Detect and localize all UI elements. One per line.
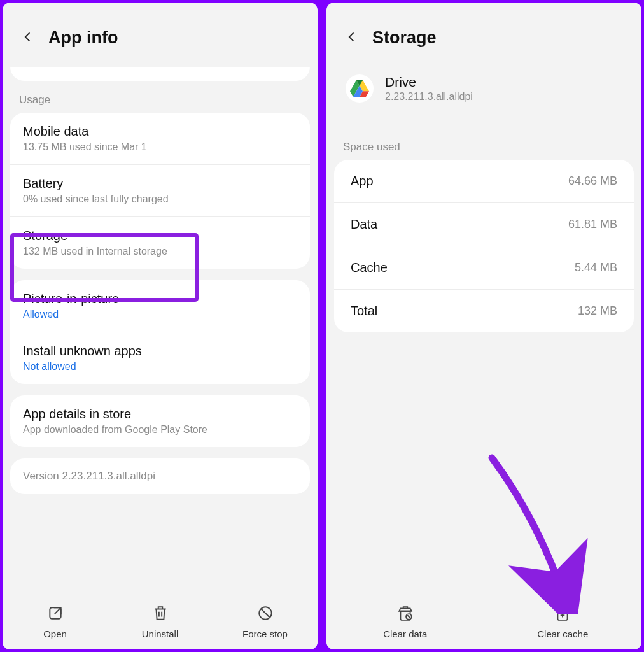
row-sub: 13.75 MB used since Mar 1	[23, 141, 297, 153]
permissions-card: Picture-in-picture Allowed Install unkno…	[10, 280, 310, 384]
content-scroll[interactable]: Space used App 64.66 MB Data 61.81 MB Ca…	[326, 122, 641, 597]
button-label: Clear data	[383, 628, 427, 639]
button-label: Uninstall	[142, 628, 179, 639]
button-label: Force stop	[242, 628, 288, 639]
pip-row[interactable]: Picture-in-picture Allowed	[10, 280, 310, 332]
space-used-card: App 64.66 MB Data 61.81 MB Cache 5.44 MB…	[334, 160, 634, 332]
row-label: Total	[351, 304, 377, 318]
app-details-row[interactable]: App details in store App downloaded from…	[10, 395, 310, 447]
uninstall-button[interactable]: Uninstall	[108, 605, 213, 639]
store-card: App details in store App downloaded from…	[10, 395, 310, 447]
battery-row[interactable]: Battery 0% used since last fully charged	[10, 165, 310, 217]
bottom-bar: Clear data Clear cache	[326, 597, 641, 649]
storage-screen: Storage Drive 2.23.211.3.all.alldpi Spac…	[326, 3, 641, 649]
stop-icon	[257, 605, 274, 623]
data-size-row: Data 61.81 MB	[334, 203, 634, 246]
unknown-apps-row[interactable]: Install unknown apps Not allowed	[10, 332, 310, 384]
row-title: Install unknown apps	[23, 344, 297, 358]
app-header: Drive 2.23.211.3.all.alldpi	[326, 67, 641, 122]
version-text: Version 2.23.211.3.all.alldpi	[10, 458, 310, 494]
app-size-row: App 64.66 MB	[334, 160, 634, 203]
page-title: App info	[48, 28, 118, 48]
row-sub: 132 MB used in Internal storage	[23, 246, 297, 257]
version-card: Version 2.23.211.3.all.alldpi	[10, 458, 310, 494]
page-title: Storage	[372, 28, 437, 48]
svg-line-5	[261, 609, 269, 618]
card-stub	[10, 67, 310, 81]
row-sub: Not allowed	[23, 361, 297, 372]
storage-row[interactable]: Storage 132 MB used in Internal storage	[10, 217, 310, 269]
clear-cache-icon	[554, 605, 571, 623]
back-icon[interactable]	[346, 31, 358, 46]
button-label: Clear cache	[537, 628, 588, 639]
cache-size-row: Cache 5.44 MB	[334, 246, 634, 290]
button-label: Open	[43, 628, 67, 639]
row-title: App details in store	[23, 407, 297, 422]
row-title: Mobile data	[23, 124, 297, 139]
row-sub: 0% used since last fully charged	[23, 194, 297, 205]
clear-data-button[interactable]: Clear data	[326, 605, 484, 639]
row-title: Battery	[23, 176, 297, 191]
bottom-bar: Open Uninstall Force stop	[3, 597, 318, 649]
content-scroll[interactable]: Usage Mobile data 13.75 MB used since Ma…	[3, 67, 318, 597]
row-title: Picture-in-picture	[23, 292, 297, 306]
row-value: 64.66 MB	[568, 174, 617, 188]
open-button[interactable]: Open	[3, 605, 108, 639]
app-version: 2.23.211.3.all.alldpi	[385, 91, 473, 103]
app-name: Drive	[385, 74, 473, 90]
app-info-screen: App info Usage Mobile data 13.75 MB used…	[3, 3, 318, 649]
total-size-row: Total 132 MB	[334, 290, 634, 332]
force-stop-button[interactable]: Force stop	[213, 605, 318, 639]
row-label: App	[351, 174, 374, 188]
row-sub: Allowed	[23, 309, 297, 320]
row-sub: App downloaded from Google Play Store	[23, 424, 297, 436]
clear-cache-button[interactable]: Clear cache	[484, 605, 642, 639]
row-value: 61.81 MB	[568, 218, 617, 231]
clear-data-icon	[397, 605, 414, 623]
header: Storage	[326, 3, 641, 67]
row-value: 5.44 MB	[575, 261, 617, 274]
section-label-usage: Usage	[10, 89, 310, 113]
open-icon	[47, 605, 64, 623]
mobile-data-row[interactable]: Mobile data 13.75 MB used since Mar 1	[10, 113, 310, 165]
back-icon[interactable]	[22, 31, 34, 46]
row-label: Data	[351, 217, 377, 232]
drive-icon	[346, 74, 374, 103]
usage-card: Mobile data 13.75 MB used since Mar 1 Ba…	[10, 113, 310, 269]
header: App info	[3, 3, 318, 67]
row-label: Cache	[351, 260, 388, 275]
section-label-space-used: Space used	[334, 122, 634, 160]
app-title-block: Drive 2.23.211.3.all.alldpi	[385, 74, 473, 103]
row-title: Storage	[23, 229, 297, 243]
trash-icon	[152, 605, 169, 623]
row-value: 132 MB	[578, 304, 617, 318]
svg-line-1	[54, 607, 60, 614]
